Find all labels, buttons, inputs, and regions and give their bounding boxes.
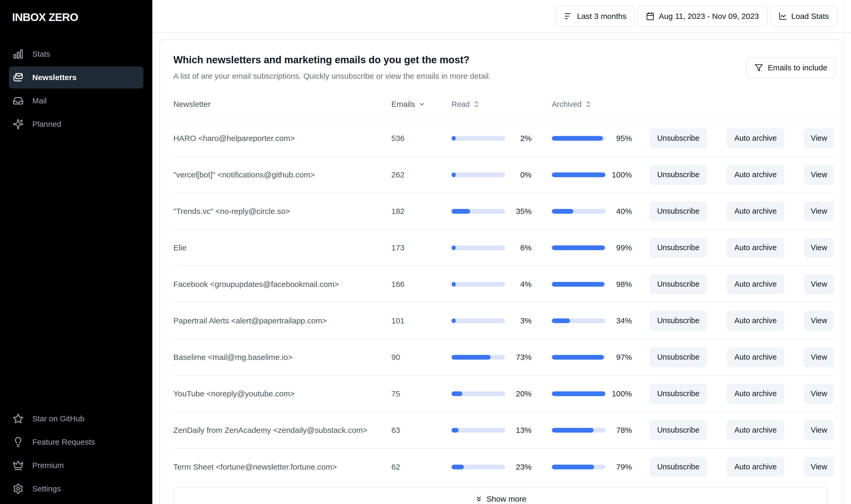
read-bar <box>451 173 505 177</box>
archived-pct: 78% <box>605 426 632 435</box>
archived-bar-fill <box>552 173 605 177</box>
view-button[interactable]: View <box>804 128 834 148</box>
load-stats-button[interactable]: Load Stats <box>770 6 837 27</box>
show-more-button[interactable]: Show more <box>173 487 828 504</box>
read-pct: 23% <box>505 463 532 471</box>
read-bar-fill <box>451 282 456 287</box>
auto-archive-button[interactable]: Auto archive <box>727 238 784 258</box>
read-bar <box>451 355 505 360</box>
archived-pct: 34% <box>605 316 632 325</box>
column-archived-sort[interactable]: Archived <box>552 100 592 109</box>
table-row: "Trends.vc" <no-reply@circle.so> 182 35%… <box>173 193 834 230</box>
date-preset-label: Last 3 months <box>577 12 626 21</box>
read-pct: 4% <box>505 280 532 289</box>
column-read-sort[interactable]: Read <box>451 100 480 109</box>
sidebar-item-settings[interactable]: Settings <box>9 478 143 500</box>
read-pct: 3% <box>505 316 532 325</box>
read-bar <box>451 282 505 287</box>
archived-pct: 98% <box>605 280 632 289</box>
view-button[interactable]: View <box>804 165 834 185</box>
read-bar <box>451 136 505 141</box>
archived-bar <box>552 465 605 469</box>
archived-bar-fill <box>552 136 603 141</box>
newsletter-name: Elie <box>173 243 391 252</box>
read-bar <box>451 246 505 250</box>
unsubscribe-button[interactable]: Unsubscribe <box>650 384 707 404</box>
newsletter-name: Baselime <mail@mg.baselime.io> <box>173 353 391 362</box>
sidebar-item-planned[interactable]: Planned <box>9 113 143 135</box>
sidebar-item-label: Star on GitHub <box>32 414 84 423</box>
view-button[interactable]: View <box>804 274 834 294</box>
sidebar-item-newsletters[interactable]: Newsletters <box>9 67 143 88</box>
archived-pct: 99% <box>605 243 632 252</box>
read-pct: 0% <box>505 170 532 179</box>
unsubscribe-button[interactable]: Unsubscribe <box>650 457 707 477</box>
view-button[interactable]: View <box>804 238 834 258</box>
newsletter-name: HARO <haro@helpareporter.com> <box>173 134 391 143</box>
sidebar-item-stats[interactable]: Stats <box>9 43 143 65</box>
read-pct: 13% <box>505 426 532 435</box>
unsubscribe-button[interactable]: Unsubscribe <box>650 128 707 148</box>
content: Which newsletters and marketing emails d… <box>152 33 851 504</box>
auto-archive-button[interactable]: Auto archive <box>727 128 784 148</box>
view-button[interactable]: View <box>804 384 834 404</box>
auto-archive-button[interactable]: Auto archive <box>727 457 784 477</box>
archived-pct: 95% <box>605 134 632 143</box>
unsubscribe-button[interactable]: Unsubscribe <box>650 201 707 221</box>
emails-count: 173 <box>391 243 451 252</box>
table-row: YouTube <noreply@youtube.com> 75 20% 100… <box>173 376 834 412</box>
auto-archive-button[interactable]: Auto archive <box>727 311 784 331</box>
table-row: "vercel[bot]" <notifications@github.com>… <box>173 157 834 193</box>
sidebar-item-star-on-github[interactable]: Star on GitHub <box>9 408 143 430</box>
sidebar-item-mail[interactable]: Mail <box>9 90 143 112</box>
auto-archive-button[interactable]: Auto archive <box>727 274 784 294</box>
sidebar-footer-nav: Star on GitHub Feature Requests Premium … <box>0 408 152 504</box>
newsletter-name: ZenDaily from ZenAcademy <zendaily@subst… <box>173 426 391 435</box>
read-bar <box>451 391 505 396</box>
archived-pct: 100% <box>605 389 632 398</box>
sidebar-item-premium[interactable]: Premium <box>9 454 143 476</box>
sidebar-nav: Stats Newsletters Mail Planned <box>0 43 152 135</box>
auto-archive-button[interactable]: Auto archive <box>727 347 784 367</box>
auto-archive-button[interactable]: Auto archive <box>727 420 784 440</box>
archived-bar <box>552 209 605 214</box>
unsubscribe-button[interactable]: Unsubscribe <box>650 347 707 367</box>
emails-to-include-label: Emails to include <box>768 63 827 72</box>
read-bar <box>451 209 505 214</box>
date-preset-button[interactable]: Last 3 months <box>556 6 635 27</box>
brand-logo[interactable]: INBOX ZERO <box>0 0 152 24</box>
table-row: Elie 173 6% 99% Unsubscribe Auto archive… <box>173 230 834 266</box>
read-bar-fill <box>451 319 456 323</box>
auto-archive-button[interactable]: Auto archive <box>727 165 784 185</box>
archived-bar <box>552 428 605 433</box>
scrollbar[interactable] <box>845 0 845 504</box>
read-bar <box>451 465 505 469</box>
date-range-button[interactable]: Aug 11, 2023 - Nov 09, 2023 <box>637 6 767 27</box>
unsubscribe-button[interactable]: Unsubscribe <box>650 165 707 185</box>
newsletters-card: Which newsletters and marketing emails d… <box>159 39 842 504</box>
unsubscribe-button[interactable]: Unsubscribe <box>650 274 707 294</box>
view-button[interactable]: View <box>804 457 834 477</box>
view-button[interactable]: View <box>804 420 834 440</box>
read-bar <box>451 319 505 323</box>
emails-count: 62 <box>391 463 451 471</box>
load-stats-label: Load Stats <box>791 12 829 21</box>
sidebar-item-label: Stats <box>32 50 50 58</box>
sidebar-item-label: Newsletters <box>32 73 76 82</box>
view-button[interactable]: View <box>804 201 834 221</box>
view-button[interactable]: View <box>804 311 834 331</box>
unsubscribe-button[interactable]: Unsubscribe <box>650 311 707 331</box>
main-area: Last 3 months Aug 11, 2023 - Nov 09, 202… <box>152 0 851 504</box>
column-emails-sort[interactable]: Emails <box>391 100 451 109</box>
column-emails-label: Emails <box>391 100 415 109</box>
view-button[interactable]: View <box>804 347 834 367</box>
auto-archive-button[interactable]: Auto archive <box>727 384 784 404</box>
archived-bar-fill <box>552 391 605 396</box>
unsubscribe-button[interactable]: Unsubscribe <box>650 238 707 258</box>
sidebar-item-feature-requests[interactable]: Feature Requests <box>9 431 143 453</box>
read-bar-fill <box>451 246 456 250</box>
emails-to-include-button[interactable]: Emails to include <box>746 57 836 78</box>
newsletter-name: "vercel[bot]" <notifications@github.com> <box>173 170 391 179</box>
auto-archive-button[interactable]: Auto archive <box>727 201 784 221</box>
unsubscribe-button[interactable]: Unsubscribe <box>650 420 707 440</box>
